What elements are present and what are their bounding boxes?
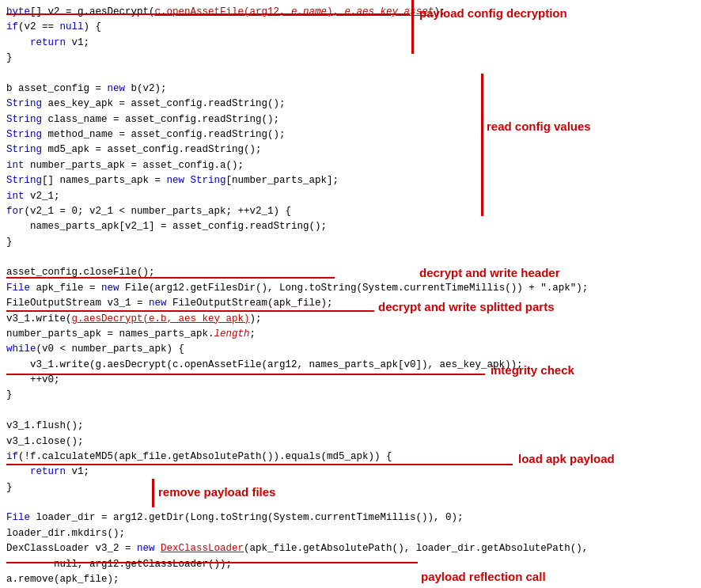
vert-bar-config bbox=[411, 0, 414, 54]
code-line bbox=[6, 250, 695, 265]
annotation-remove-payload: remove payload files bbox=[158, 483, 275, 501]
annotation-decrypt-splitted: decrypt and write splitted parts bbox=[378, 298, 555, 316]
code-line: } bbox=[6, 480, 695, 495]
code-line: String[] names_parts_apk = new String[nu… bbox=[6, 173, 695, 188]
code-line: } bbox=[6, 388, 695, 403]
code-container: byte[] v2 = g.aesDecrypt(c.openAssetFile… bbox=[0, 0, 701, 588]
code-line: File apk_file = new File(arg12.getFilesD… bbox=[6, 281, 695, 296]
code-line: if(v2 == null) { bbox=[6, 20, 695, 35]
code-line: int v2_1; bbox=[6, 189, 695, 204]
underline-decrypt-header bbox=[6, 277, 335, 279]
code-line: null, arg12.getClassLoader()); bbox=[6, 557, 695, 572]
code-line: names_parts_apk[v2_1] = asset_config.rea… bbox=[6, 219, 695, 234]
code-line: byte[] v2 = g.aesDecrypt(c.openAssetFile… bbox=[6, 5, 695, 20]
code-line: b asset_config = new b(v2); bbox=[6, 82, 695, 97]
code-line: String md5_apk = asset_config.readString… bbox=[6, 142, 695, 157]
underline-reflection bbox=[6, 562, 418, 563]
annotation-payload-config-decryption: payload config decryption bbox=[419, 4, 567, 22]
code-line: number_parts_apk = names_parts_apk.lengt… bbox=[6, 327, 695, 342]
annotation-decrypt-header: decrypt and write header bbox=[419, 264, 560, 282]
code-line bbox=[6, 495, 695, 510]
code-line: File loader_dir = arg12.getDir(Long.toSt… bbox=[6, 510, 695, 525]
underline-decrypt-splitted bbox=[6, 310, 374, 312]
code-line bbox=[6, 66, 695, 82]
code-line bbox=[6, 404, 695, 419]
vert-bar-read-config bbox=[481, 74, 483, 216]
code-line: a.remove(apk_file); bbox=[6, 572, 695, 587]
code-line: } bbox=[6, 51, 695, 66]
underline-config bbox=[6, 13, 410, 15]
underline-dexclass bbox=[6, 464, 513, 465]
code-line: DexClassLoader v3_2 = new DexClassLoader… bbox=[6, 541, 695, 556]
code-line: v3_1.close(); bbox=[6, 434, 695, 450]
code-line: int number_parts_apk = asset_config.a(); bbox=[6, 158, 695, 173]
code-line: loader_dir.mkdirs(); bbox=[6, 526, 695, 541]
code-line: FileOutputStream v3_1 = new FileOutputSt… bbox=[6, 296, 695, 311]
code-line: return v1; bbox=[6, 36, 695, 51]
code-line: String aes_key_apk = asset_config.readSt… bbox=[6, 97, 695, 112]
annotation-reflection-call: payload reflection call bbox=[421, 567, 546, 586]
code-line: String class_name = asset_config.readStr… bbox=[6, 112, 695, 127]
code-line: while(v0 < number_parts_apk) { bbox=[6, 342, 695, 357]
annotation-read-config: read config values bbox=[487, 117, 591, 135]
vert-bar-remove bbox=[152, 479, 154, 507]
code-line: v3_1.write(g.aesDecrypt(e.b, aes_key_apk… bbox=[6, 312, 695, 327]
annotation-load-apk: load apk payload bbox=[518, 450, 615, 468]
code-line: } bbox=[6, 235, 695, 250]
code-line: String method_name = asset_config.readSt… bbox=[6, 127, 695, 142]
code-line: v3_1.write(g.aesDecrypt(c.openAssetFile(… bbox=[6, 358, 695, 373]
underline-integrity bbox=[6, 374, 485, 375]
annotation-integrity-check: integrity check bbox=[491, 361, 574, 379]
code-line: v3_1.flush(); bbox=[6, 419, 695, 434]
code-line: for(v2_1 = 0; v2_1 < number_parts_apk; +… bbox=[6, 204, 695, 219]
